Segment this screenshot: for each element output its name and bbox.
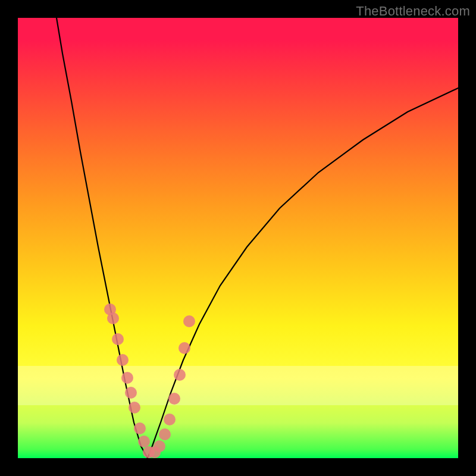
dot-point	[159, 428, 171, 440]
dot-point	[112, 333, 124, 345]
dot-point	[117, 354, 129, 366]
dot-point	[174, 369, 186, 381]
curve-right	[148, 88, 458, 458]
dot-point	[107, 312, 119, 324]
dot-point	[121, 372, 133, 384]
chart-stage: TheBottleneck.com	[0, 0, 476, 476]
plot-area	[18, 18, 458, 458]
dot-point	[138, 436, 150, 447]
dot-point	[154, 440, 165, 452]
dot-point	[134, 422, 146, 434]
curve-svg	[18, 18, 458, 458]
dot-point	[129, 402, 140, 414]
dot-point	[125, 387, 137, 399]
watermark-text: TheBottleneck.com	[356, 4, 470, 19]
dot-point	[168, 393, 180, 405]
scatter-dots	[104, 303, 195, 458]
dot-point	[183, 315, 195, 327]
dot-point	[178, 342, 190, 354]
dot-point	[164, 414, 176, 425]
